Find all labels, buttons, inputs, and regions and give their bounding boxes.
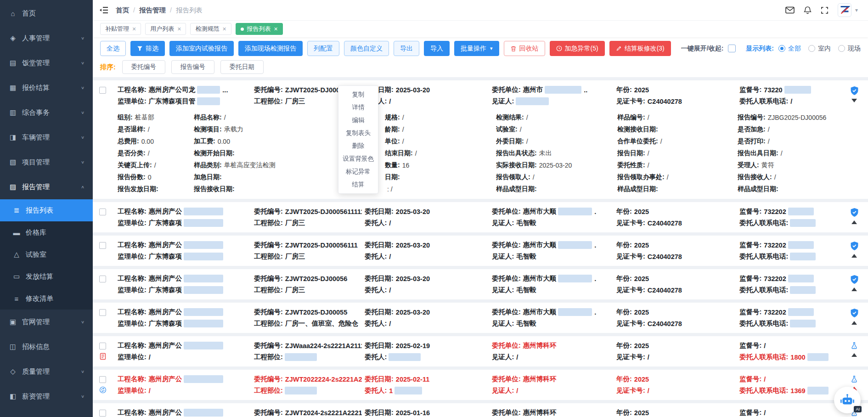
row-checkbox[interactable] — [99, 309, 106, 316]
sort-button-1[interactable]: 报告编号 — [171, 60, 214, 74]
sidebar-item-bidding[interactable]: ◫招标信息 — [0, 334, 93, 359]
sort-button-0[interactable]: 委托编号 — [122, 60, 165, 74]
shield-icon[interactable] — [850, 275, 859, 284]
field-value: 厂房三 — [285, 286, 305, 294]
export-button[interactable]: 导出 — [394, 41, 419, 56]
tab-inspection-standards[interactable]: 检测规范× — [190, 23, 231, 35]
expand-toggle-checkbox[interactable] — [728, 45, 736, 52]
redaction-block — [184, 308, 223, 316]
context-menu-item-0[interactable]: 复制 — [338, 88, 378, 101]
close-icon[interactable]: × — [132, 26, 136, 32]
shield-icon[interactable] — [850, 241, 859, 251]
row-details: 组别:桩基部样品名称:/规格:/检测结果:/样品编号:/报告编号:ZJBG202… — [118, 110, 846, 195]
chevron-up-icon[interactable] — [851, 321, 857, 325]
sidebar-item-report[interactable]: ▨报告管理∧ — [0, 175, 93, 199]
breadcrumb-item[interactable]: 报告列表 — [176, 6, 203, 15]
company-logo[interactable] — [838, 3, 851, 17]
row-checkbox[interactable] — [99, 410, 106, 417]
detail-value: 黄符 — [761, 161, 774, 169]
sidebar-item-website[interactable]: ▣官网管理∨ — [0, 310, 93, 334]
display-radio-all[interactable]: 全部 — [778, 45, 801, 53]
detail-label: 合作单位委托: — [617, 137, 658, 146]
row-field: 委托日期:2025-03-20 — [365, 206, 489, 217]
row-checkbox[interactable] — [99, 343, 106, 349]
shield-icon[interactable] — [850, 208, 859, 217]
add-indoor-report-button[interactable]: 添加室内试验报告 — [169, 41, 234, 56]
chevron-down-icon[interactable] — [851, 99, 857, 102]
display-radio-indoor[interactable]: 室内 — [808, 45, 831, 53]
chevron-down-icon[interactable]: ▾ — [855, 7, 858, 13]
context-menu-item-7[interactable]: 结算 — [338, 178, 378, 191]
sidebar-item-home[interactable]: ⌂首页 — [0, 1, 93, 26]
tab-label: 补贴管理 — [105, 25, 129, 33]
add-onsite-report-button[interactable]: 添加现场检测报告 — [238, 41, 303, 56]
topbar-actions: ▾ — [785, 3, 858, 17]
sidebar-item-quotation[interactable]: ▦报价结算∨ — [0, 75, 93, 100]
chevron-up-icon[interactable] — [851, 353, 857, 357]
chevron-up-icon[interactable] — [851, 220, 857, 224]
color-custom-button[interactable]: 颜色自定义 — [344, 41, 389, 56]
sidebar-item-report-list[interactable]: ≣报告列表 — [0, 199, 93, 221]
display-radio-onsite[interactable]: 现场 — [838, 45, 861, 53]
tab-subsidy[interactable]: 补贴管理× — [100, 23, 141, 35]
filter-button[interactable]: 筛选 — [130, 41, 165, 56]
context-menu-item-4[interactable]: 删除 — [338, 140, 378, 152]
sidebar-item-issue-settlement[interactable]: ▭发放结算 — [0, 265, 93, 287]
redaction-block — [184, 286, 223, 294]
detail-cell: 合作单位委托:/ — [617, 135, 738, 147]
close-icon[interactable]: × — [274, 26, 278, 32]
close-icon[interactable]: × — [222, 26, 226, 32]
mail-icon[interactable] — [785, 6, 795, 14]
chevron-up-icon[interactable] — [851, 254, 857, 258]
sidebar-item-laboratory[interactable]: △试验室 — [0, 243, 93, 265]
settlement-modify-button[interactable]: 结算板修改(3) — [609, 41, 671, 56]
sort-button-2[interactable]: 委托日期 — [220, 60, 264, 74]
detail-cell: 是否加急:/ — [738, 124, 846, 135]
breadcrumb-item[interactable]: 首页 — [116, 6, 129, 15]
detail-cell: 委托性质:/ — [617, 159, 738, 171]
chat-bot-button[interactable]: AI — [834, 387, 861, 413]
row-checkbox[interactable] — [99, 376, 106, 383]
row-checkbox[interactable] — [99, 276, 106, 282]
column-config-button[interactable]: 列配置 — [307, 41, 339, 56]
context-menu-item-6[interactable]: 标记异常 — [338, 165, 378, 178]
sidebar-item-affairs[interactable]: ▥综合事务∨ — [0, 100, 93, 125]
context-menu-item-1[interactable]: 详情 — [338, 101, 378, 114]
batch-actions-button[interactable]: 批量操作 ▾ — [454, 41, 499, 56]
context-menu-item-3[interactable]: 复制表头 — [338, 127, 378, 140]
detail-value: / — [667, 174, 669, 181]
row-checkbox[interactable] — [99, 208, 106, 215]
fullscreen-icon[interactable] — [821, 6, 829, 14]
chevron-up-icon[interactable] — [851, 287, 857, 291]
expand-toggle-label: 一键展开/收起: — [681, 45, 724, 53]
menu-fold-icon[interactable] — [99, 6, 108, 14]
detail-value: 16 — [402, 162, 410, 169]
bell-icon[interactable] — [804, 6, 812, 14]
tab-report-list[interactable]: 报告列表× — [236, 23, 283, 35]
import-button[interactable]: 导入 — [424, 41, 450, 56]
recycle-bin-button[interactable]: 回收站 — [504, 41, 545, 56]
context-menu-item-2[interactable]: 编辑 — [338, 114, 378, 127]
row-checkbox[interactable] — [99, 87, 106, 94]
tab-user-list[interactable]: 用户列表× — [145, 23, 186, 35]
sidebar-item-modify-list[interactable]: ≡修改清单 — [0, 287, 93, 310]
sidebar-item-vehicle[interactable]: ◨车辆管理∨ — [0, 125, 93, 150]
lab-flask-icon[interactable] — [850, 342, 858, 350]
context-menu-item-5[interactable]: 设置背景色 — [338, 152, 378, 165]
row-checkbox[interactable] — [99, 242, 106, 249]
lab-flask-icon[interactable] — [850, 375, 858, 383]
detail-label: 样品成型日期: — [496, 185, 537, 193]
row-field: 见证人:/ — [492, 351, 614, 363]
sidebar-item-price-library[interactable]: ▬价格库 — [0, 221, 93, 243]
breadcrumb-item[interactable]: 报告管理 — [139, 6, 166, 15]
sidebar-item-project[interactable]: ▧项目管理∨ — [0, 150, 93, 175]
sidebar-item-canteen[interactable]: ▤饭堂管理∨ — [0, 51, 93, 75]
sidebar-item-hr[interactable]: ◈人事管理∨ — [0, 26, 93, 51]
close-icon[interactable]: × — [177, 26, 181, 32]
select-all-button[interactable]: 全选 — [100, 41, 126, 56]
shield-icon[interactable] — [850, 86, 859, 96]
sidebar-item-quality[interactable]: ◇质量管理∨ — [0, 359, 93, 384]
urgent-exception-button[interactable]: 加急异常(5) — [550, 41, 605, 56]
shield-icon[interactable] — [850, 308, 859, 318]
sidebar-item-salary[interactable]: ◧薪资管理∨ — [0, 384, 93, 409]
